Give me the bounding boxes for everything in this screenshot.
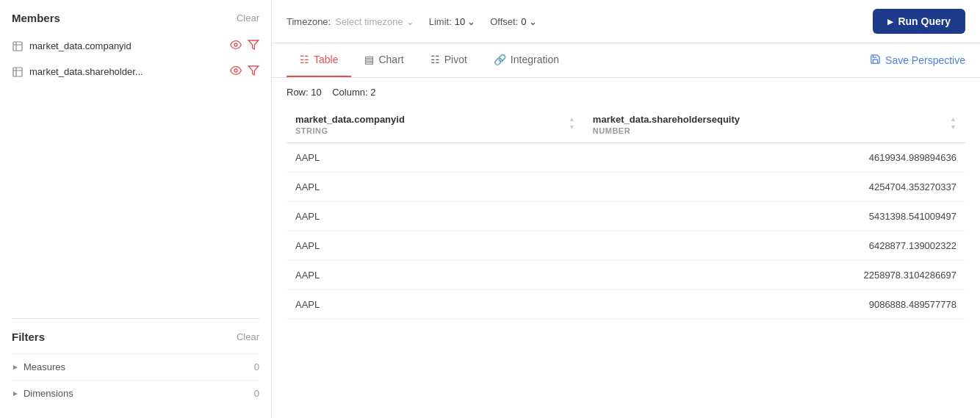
svg-rect-3 [13,68,22,76]
save-perspective-label: Save Perspective [885,54,965,66]
row-value: 10 [311,87,321,98]
member-label-shareholder: market_data.shareholder... [29,66,143,77]
cell-equity-5: 9086888.489577778 [584,290,965,320]
dimensions-label: Dimensions [24,388,73,399]
member-item-shareholder: market_data.shareholder... [12,59,259,84]
table-row: AAPL 5431398.541009497 [287,202,965,231]
members-title: Members [12,12,60,24]
offset-chevron-icon: ⌄ [529,16,537,27]
integration-icon: 🔗 [494,54,506,65]
save-perspective-button[interactable]: Save Perspective [870,43,965,77]
tab-pivot-label: Pivot [444,54,467,65]
table-area: Row: 10 Column: 2 market_data.companyid … [272,78,980,418]
member-label-companyid: market_data.companyid [29,40,131,51]
sidebar: Members Clear market_data.companyid [0,0,272,418]
cube-icon-shareholder [12,66,24,78]
table-row: AAPL 4254704.353270337 [287,173,965,202]
measures-label: Measures [24,361,65,372]
run-query-label: Run Query [898,15,951,27]
table-row: AAPL 4619934.989894636 [287,143,965,173]
sort-arrows-equity[interactable]: ▲ ▼ [950,115,956,131]
offset-group: Offset: 0 ⌄ [490,16,536,27]
timezone-value: Select timezone [335,16,403,27]
members-section: Members Clear market_data.companyid [0,0,271,96]
cell-equity-2: 5431398.541009497 [584,202,965,231]
table-meta: Row: 10 Column: 2 [287,78,965,107]
sort-arrows-companyid[interactable]: ▲ ▼ [569,115,575,131]
sort-up-icon-equity: ▲ [950,115,956,123]
table-row: AAPL 2258978.3104286697 [287,261,965,290]
table-icon: ☷ [300,54,309,65]
offset-value-text: 0 [521,16,526,27]
measures-group[interactable]: ► Measures 0 [12,353,259,380]
eye-icon-companyid[interactable] [230,39,242,53]
svg-point-1 [234,43,237,46]
main-content: Timezone: Select timezone ⌄ Limit: 10 ⌄ … [272,0,980,418]
tab-integration-label: Integration [511,54,559,65]
row-label: Row: [287,87,309,98]
members-clear-button[interactable]: Clear [237,12,259,24]
col-name-companyid: market_data.companyid [295,114,405,125]
col-name-equity: market_data.shareholdersequity [593,114,740,125]
tab-integration[interactable]: 🔗 Integration [480,43,572,77]
timezone-group: Timezone: Select timezone ⌄ [287,16,414,27]
cell-companyid-2: AAPL [287,202,584,231]
run-query-button[interactable]: ▶ Run Query [873,9,965,34]
sort-up-icon-companyid: ▲ [569,115,575,123]
tab-chart-label: Chart [378,54,403,65]
timezone-label: Timezone: [287,16,331,27]
limit-chevron-icon: ⌄ [467,16,475,27]
toolbar: Timezone: Select timezone ⌄ Limit: 10 ⌄ … [272,0,980,43]
dimensions-group[interactable]: ► Dimensions 0 [12,380,259,406]
col-header-companyid[interactable]: market_data.companyid STRING ▲ ▼ [287,107,584,143]
members-header: Members Clear [12,12,259,24]
col-label: Column: [332,87,367,98]
tab-table-label: Table [314,54,338,65]
tab-pivot[interactable]: ☷ Pivot [417,43,480,77]
svg-point-4 [234,69,237,72]
cell-equity-1: 4254704.353270337 [584,173,965,202]
filters-clear-button[interactable]: Clear [237,331,259,342]
filters-section: Filters Clear ► Measures 0 ► Dimensions … [0,319,271,418]
table-row: AAPL 9086888.489577778 [287,290,965,320]
cell-companyid-0: AAPL [287,143,584,173]
filters-title: Filters [12,331,45,343]
limit-dropdown[interactable]: 10 ⌄ [455,16,475,27]
cell-equity-4: 2258978.3104286697 [584,261,965,290]
dimensions-count: 0 [254,388,259,399]
chevron-right-icon-measures: ► [12,363,19,371]
limit-label: Limit: [429,16,452,27]
cell-companyid-5: AAPL [287,290,584,320]
col-type-companyid: STRING [295,126,405,135]
tabs-bar: ☷ Table ▤ Chart ☷ Pivot 🔗 Integration [272,43,980,78]
svg-rect-0 [13,42,22,51]
col-header-equity[interactable]: market_data.shareholdersequity NUMBER ▲ … [584,107,965,143]
sort-down-icon-companyid: ▼ [569,123,575,131]
cell-companyid-3: AAPL [287,231,584,261]
tab-chart[interactable]: ▤ Chart [351,43,417,77]
eye-icon-shareholder[interactable] [230,65,242,79]
measures-count: 0 [254,361,259,372]
pivot-icon: ☷ [430,54,440,65]
table-row: AAPL 6428877.139002322 [287,231,965,261]
chart-icon: ▤ [364,54,374,65]
save-icon [870,54,881,67]
limit-value-text: 10 [455,16,465,27]
tab-table[interactable]: ☷ Table [287,43,351,77]
svg-marker-5 [248,66,258,75]
offset-dropdown[interactable]: 0 ⌄ [521,16,536,27]
play-icon: ▶ [887,18,893,26]
filter-icon-shareholder[interactable] [248,65,259,79]
member-item-companyid: market_data.companyid [12,33,259,59]
timezone-chevron-icon: ⌄ [406,16,414,27]
filters-header: Filters Clear [12,331,259,343]
offset-label: Offset: [490,16,518,27]
filter-icon-companyid[interactable] [248,39,259,53]
chevron-right-icon-dimensions: ► [12,389,19,397]
cell-companyid-1: AAPL [287,173,584,202]
data-table: market_data.companyid STRING ▲ ▼ [287,107,965,320]
cube-icon-companyid [12,40,24,52]
cell-companyid-4: AAPL [287,261,584,290]
col-value: 2 [370,87,375,98]
timezone-select[interactable]: Select timezone ⌄ [335,16,414,27]
